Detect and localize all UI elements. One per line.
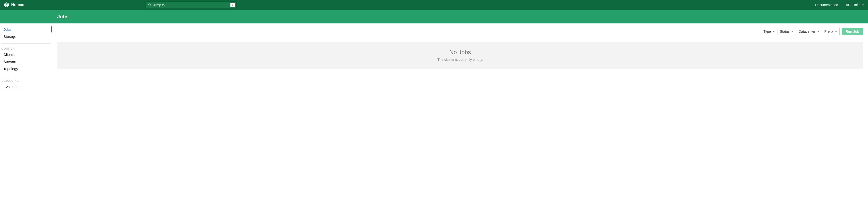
sidebar-group-top: Jobs Storage	[0, 26, 52, 42]
sidebar-item-topology[interactable]: Topology	[0, 65, 52, 72]
sidebar-heading-cluster: CLUSTER	[0, 45, 52, 51]
facet-label: Type	[764, 30, 771, 33]
chevron-down-icon	[773, 31, 775, 32]
layout: Jobs Storage CLUSTER Clients Servers Top…	[0, 24, 868, 92]
empty-state-subtitle: The cluster is currently empty.	[62, 58, 858, 62]
acl-tokens-link[interactable]: ACL Tokens	[846, 3, 864, 7]
page-title: Jobs	[57, 14, 69, 20]
chevron-down-icon	[792, 31, 794, 32]
search-icon	[148, 3, 151, 7]
sidebar-group-debugging: Evaluations	[0, 83, 52, 92]
sidebar-item-label: Topology	[3, 67, 18, 71]
sidebar-item-label: Servers	[3, 60, 16, 64]
sidebar-divider	[1, 43, 51, 44]
facet-datacenter[interactable]: Datacenter	[796, 28, 822, 35]
sidebar: Jobs Storage CLUSTER Clients Servers Top…	[0, 24, 52, 92]
jump-to-shortcut-key: /	[230, 3, 235, 7]
chevron-down-icon	[835, 31, 837, 32]
empty-state: No Jobs The cluster is currently empty.	[57, 42, 863, 69]
run-job-button[interactable]: Run Job	[842, 28, 863, 35]
empty-state-title: No Jobs	[62, 49, 858, 56]
jump-to-search[interactable]: Jump to /	[146, 1, 237, 8]
sidebar-item-storage[interactable]: Storage	[0, 33, 52, 40]
nomad-logo-icon	[4, 2, 9, 7]
facet-label: Datacenter	[799, 30, 815, 33]
sidebar-item-label: Clients	[3, 53, 14, 57]
sidebar-group-cluster: Clients Servers Topology	[0, 51, 52, 74]
facet-type[interactable]: Type	[761, 28, 777, 35]
sidebar-item-servers[interactable]: Servers	[0, 58, 52, 65]
top-nav-left: Nomad	[4, 2, 146, 7]
facet-group: Type Status Datacenter Prefix	[761, 28, 840, 35]
facet-prefix[interactable]: Prefix	[822, 28, 839, 35]
svg-line-4	[150, 5, 151, 6]
sidebar-item-label: Jobs	[3, 27, 11, 32]
sidebar-item-jobs[interactable]: Jobs	[0, 26, 52, 33]
top-nav: Nomad Jump to / Documentation | ACL Toke…	[0, 0, 868, 10]
brand[interactable]: Nomad	[4, 2, 24, 7]
facet-label: Prefix	[824, 30, 833, 33]
chevron-down-icon	[817, 31, 819, 32]
sidebar-item-label: Evaluations	[3, 85, 23, 89]
sidebar-item-evaluations[interactable]: Evaluations	[0, 83, 52, 90]
top-nav-right: Documentation | ACL Tokens	[815, 3, 864, 7]
brand-name: Nomad	[11, 3, 24, 7]
sidebar-item-clients[interactable]: Clients	[0, 51, 52, 58]
sidebar-item-label: Storage	[3, 34, 17, 39]
documentation-link[interactable]: Documentation	[815, 3, 838, 7]
facet-status[interactable]: Status	[777, 28, 796, 35]
facet-label: Status	[780, 30, 789, 33]
sub-nav: Jobs	[0, 10, 868, 24]
toolbar: Type Status Datacenter Prefix Run Job	[57, 28, 863, 35]
main-content: Type Status Datacenter Prefix Run Job	[52, 24, 868, 92]
sidebar-heading-debugging: DEBUGGING	[0, 77, 52, 83]
top-nav-divider: |	[842, 3, 843, 7]
jump-to-placeholder: Jump to	[153, 3, 228, 7]
svg-point-3	[149, 3, 151, 5]
